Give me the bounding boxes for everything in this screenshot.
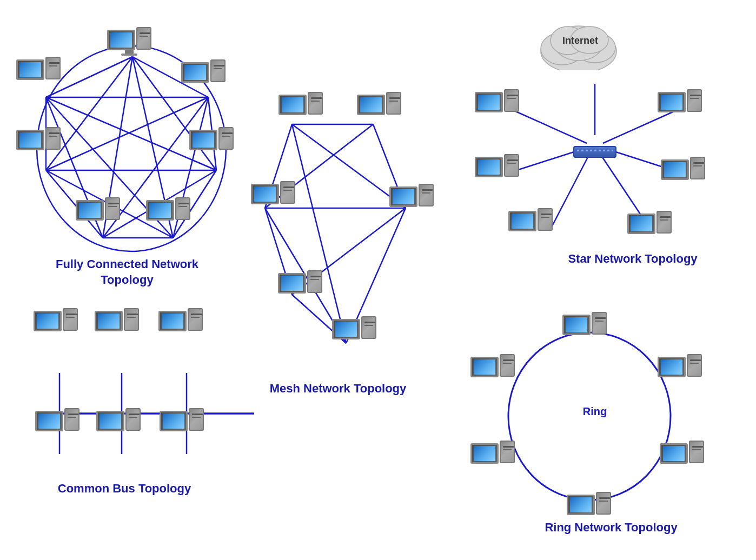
star-computer-midright <box>661 159 705 180</box>
bus-computer-top3 <box>158 311 203 331</box>
ring-computer-lefttop <box>470 357 515 377</box>
star-computer-topright <box>658 92 702 112</box>
ring-computer-leftbottom <box>470 443 515 464</box>
mesh-computer-midleft <box>251 184 295 204</box>
bus-computer-bot3 <box>160 411 204 431</box>
fc-computer-right <box>189 130 234 150</box>
common-bus-label: Common Bus Topology <box>30 481 219 497</box>
svg-line-45 <box>552 154 589 227</box>
fc-computer-topright <box>181 62 226 83</box>
star-computer-lowerleft <box>508 211 553 231</box>
mesh-topology <box>249 95 454 386</box>
bus-computer-bot2 <box>96 411 141 431</box>
star-computer-midleft <box>475 157 519 177</box>
fc-computer-topleft <box>16 59 61 80</box>
star-label: Star Network Topology <box>552 251 714 267</box>
svg-line-25 <box>292 124 346 343</box>
mesh-computer-topright <box>357 95 401 115</box>
mesh-computer-lowerleft <box>278 273 322 294</box>
fc-computer-left <box>16 130 61 150</box>
ring-center-label: Ring <box>562 405 627 418</box>
svg-line-42 <box>603 108 681 143</box>
mesh-computer-bottom <box>332 319 376 339</box>
ring-computer-bottom <box>567 495 611 515</box>
ring-computer-top <box>562 315 607 335</box>
star-computer-lowerright <box>627 214 672 234</box>
ring-label: Ring Network Topology <box>535 520 687 536</box>
fc-computer-top <box>107 30 151 56</box>
fc-computer-bottomleft <box>76 200 120 221</box>
mesh-computer-midright <box>389 186 434 207</box>
mesh-computer-topleft <box>278 95 323 115</box>
ring-computer-rightbottom <box>660 443 704 464</box>
bus-computer-bot1 <box>35 411 79 431</box>
mesh-label: Mesh Network Topology <box>262 381 414 397</box>
fc-computer-bottomright <box>146 200 190 221</box>
ring-computer-righttop <box>658 357 702 377</box>
star-switch <box>573 146 616 158</box>
svg-line-41 <box>508 108 587 143</box>
star-computer-topleft <box>475 92 519 112</box>
bus-computer-top1 <box>34 311 78 331</box>
fully-connected-label: Fully Connected Network Topology <box>32 257 222 288</box>
bus-computer-top2 <box>95 311 139 331</box>
svg-line-43 <box>508 149 584 173</box>
